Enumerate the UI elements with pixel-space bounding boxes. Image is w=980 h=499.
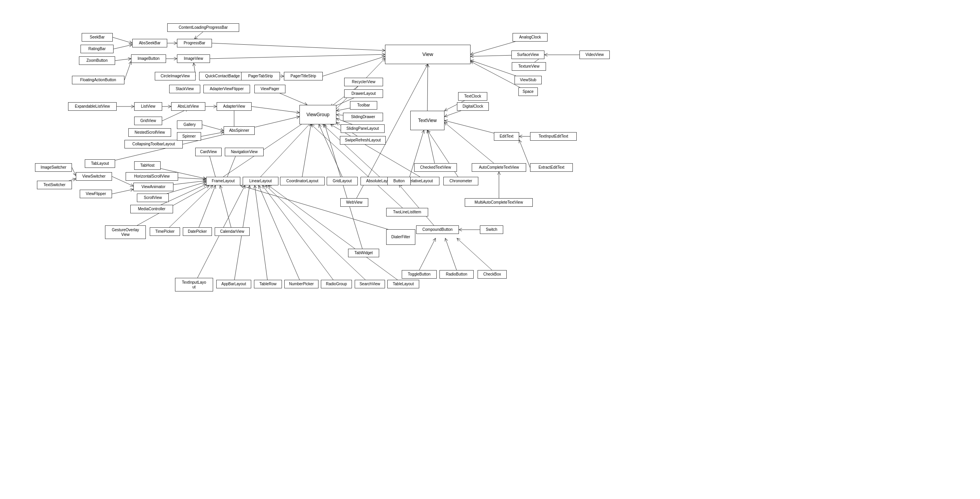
node-appbarlayout: AppBarLayout <box>216 280 251 288</box>
node-chronometer: Chronometer <box>443 177 478 185</box>
svg-line-83 <box>268 185 403 284</box>
node-searchview: SearchView <box>355 280 385 288</box>
node-absseekbar: AbsSeekBar <box>132 39 167 47</box>
node-spinner: Spinner <box>177 132 201 141</box>
node-slidingpanelayout: SlidingPaneLayout <box>341 124 385 133</box>
svg-line-50 <box>408 130 424 181</box>
svg-line-4 <box>124 61 131 80</box>
node-abslistview: AbsListView <box>171 102 205 111</box>
node-calendarview: CalendarView <box>215 227 250 236</box>
node-textureview: TextureView <box>512 62 546 71</box>
svg-line-51 <box>427 130 436 167</box>
diagram-container: SeekBarRatingBarZoomButtonFloatingAction… <box>0 0 980 499</box>
svg-line-36 <box>302 124 311 177</box>
svg-line-67 <box>240 185 401 233</box>
node-gridview: GridView <box>134 117 162 125</box>
node-checkbox: CheckBox <box>478 270 507 279</box>
node-tablelayout: TableLayout <box>387 280 419 288</box>
svg-line-79 <box>255 185 268 284</box>
svg-line-70 <box>419 238 436 270</box>
svg-line-80 <box>259 185 301 284</box>
node-textswitcher: TextSwitcher <box>37 181 72 189</box>
svg-line-71 <box>445 238 457 270</box>
svg-line-76 <box>220 185 232 232</box>
svg-line-35 <box>261 122 311 177</box>
svg-line-72 <box>457 238 492 270</box>
node-floatingactionbutton: FloatingActionButton <box>72 76 124 84</box>
node-coordinatorlayout: CoordinatorLayout <box>280 177 325 185</box>
node-tablerow: TableRow <box>254 280 282 288</box>
node-drawerlayout: DrawerLayout <box>344 89 383 98</box>
node-swiperefreshlayout: SwipeRefreshLayout <box>340 136 386 145</box>
node-space: Space <box>518 87 538 96</box>
node-gallery: Gallery <box>177 120 202 129</box>
node-viewanimator: ViewAnimator <box>133 183 173 191</box>
node-zoombutton: ZoomButton <box>79 56 115 65</box>
svg-line-2 <box>114 45 132 49</box>
node-videoview: VideoView <box>579 51 610 59</box>
node-viewswitcher: ViewSwitcher <box>76 172 112 181</box>
node-datepicker: DatePicker <box>183 227 212 236</box>
node-timepicker: TimePicker <box>150 227 180 236</box>
node-progressbar: ProgressBar <box>177 39 212 47</box>
node-textinputedittext: TextInputEditText <box>530 132 577 141</box>
svg-line-8 <box>212 43 385 51</box>
svg-line-57 <box>444 122 499 167</box>
node-quickcontactbadge: QuickContactBadge <box>199 72 246 80</box>
node-imageswitcher: ImageSwitcher <box>35 163 72 172</box>
node-stackview: StackView <box>169 85 200 93</box>
node-numberpicker: NumberPicker <box>284 280 318 288</box>
node-switch: Switch <box>480 225 503 234</box>
node-framelayout: FrameLayout <box>206 177 240 185</box>
node-seekbar: SeekBar <box>82 33 113 42</box>
node-scrollview: ScrollView <box>137 194 169 202</box>
node-viewstub: ViewStub <box>514 76 542 84</box>
svg-line-29 <box>72 167 76 176</box>
svg-line-37 <box>319 124 342 177</box>
node-autocompletetextview: AutoCompleteTextView <box>472 163 526 172</box>
node-navigationview: NavigationView <box>225 148 264 156</box>
node-viewflipper: ViewFlipper <box>80 190 112 198</box>
node-pagertitlestrip: PagerTitleStrip <box>284 72 323 80</box>
node-collapsingtoolbarlayout: CollapsingToolbarLayout <box>124 140 183 148</box>
node-radiobutton: RadioButton <box>439 270 474 279</box>
node-recyclerview: RecyclerView <box>344 78 383 86</box>
node-circleimageview: CircleImageView <box>155 72 196 80</box>
node-imagebutton: ImageButton <box>131 54 166 63</box>
node-webview: WebView <box>340 198 368 207</box>
node-digitalclock: DigitalClock <box>457 102 489 111</box>
node-multiautocompletetextview: MultiAutoCompleteTextView <box>465 198 533 207</box>
node-adapterviewflipper: AdapterViewFlipper <box>203 85 250 93</box>
node-ratingbar: RatingBar <box>80 45 114 53</box>
node-linearlayout: LinearLayout <box>243 177 278 185</box>
node-extractedittext: ExtractEditText <box>530 163 573 172</box>
node-expandablelistview: ExpandableListView <box>68 102 117 111</box>
svg-line-20 <box>201 132 224 136</box>
node-textclock: TextClock <box>458 92 487 101</box>
node-viewpager: ViewPager <box>254 85 285 93</box>
node-viewgroup: ViewGroup <box>299 105 336 124</box>
svg-line-32 <box>112 189 133 194</box>
node-checkedtextview: CheckedTextView <box>414 163 457 172</box>
node-twolinelistitem: TwoLineListItem <box>386 208 428 216</box>
svg-line-68 <box>399 185 438 230</box>
svg-line-3 <box>115 59 131 61</box>
svg-line-19 <box>202 125 224 131</box>
svg-line-7 <box>194 32 203 39</box>
node-view: View <box>385 45 471 64</box>
node-pagertabstrip: PagerTabStrip <box>241 72 280 80</box>
node-radiogroup: RadioGroup <box>321 280 352 288</box>
svg-line-52 <box>427 130 461 181</box>
node-togglebutton: ToggleButton <box>402 270 437 279</box>
node-horizontalscrollview: HorizontalScrollView <box>126 172 178 181</box>
node-imageview: ImageView <box>177 54 210 63</box>
node-mediacontroller: MediaController <box>130 205 173 213</box>
node-tabwidget: TabWidget <box>348 249 379 257</box>
svg-line-75 <box>197 185 215 232</box>
node-tabhost: TabHost <box>134 161 161 170</box>
node-textview: TextView <box>410 111 444 130</box>
svg-line-81 <box>262 185 336 284</box>
node-absspinner: AbsSpinner <box>224 126 255 135</box>
node-gridlayout: GridLayout <box>327 177 358 185</box>
node-toolbar: Toolbar <box>350 101 377 110</box>
